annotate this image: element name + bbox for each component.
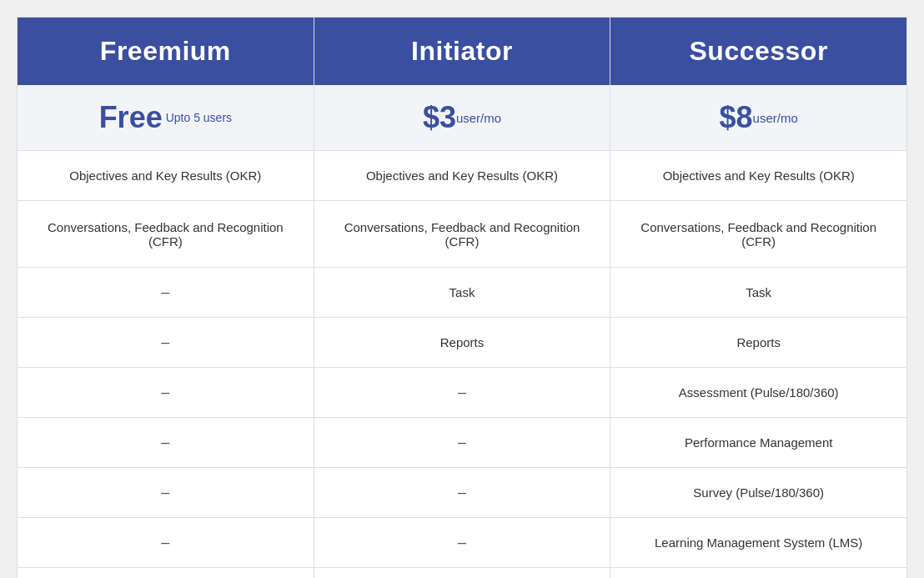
dash-icon-freemium-5: – [161,434,169,451]
feature-row-freemium-5: – [18,418,314,468]
feature-row-freemium-2: – [18,268,314,318]
plan-name-successor: Successor [624,36,893,67]
plan-price-freemium: FreeUpto 5 users [18,85,314,151]
feature-row-successor-0: Objectives and Key Results (OKR) [610,151,906,201]
plan-price-sub-successor: user/mo [753,111,798,125]
plan-price-main-freemium: Free [99,100,163,135]
cta-row-freemium: Get Started [18,568,314,578]
feature-row-successor-3: Reports [610,318,906,368]
plan-card-initiator: Initiator$3user/moObjectives and Key Res… [314,17,611,578]
feature-row-initiator-1: Conversations, Feedback and Recognition … [314,201,610,268]
feature-row-initiator-5: – [314,418,610,468]
feature-row-successor-6: Survey (Pulse/180/360) [610,468,906,518]
feature-row-successor-1: Conversations, Feedback and Recognition … [610,201,906,268]
plan-card-successor: Successor$8user/moObjectives and Key Res… [610,17,907,578]
plan-name-initiator: Initiator [328,36,597,67]
plan-price-main-successor: $8 [720,100,753,135]
feature-row-successor-2: Task [610,268,906,318]
feature-row-successor-7: Learning Management System (LMS) [610,518,906,568]
feature-row-freemium-0: Objectives and Key Results (OKR) [18,151,314,201]
dash-icon-freemium-4: – [161,384,169,401]
feature-row-freemium-1: Conversations, Feedback and Recognition … [18,201,314,268]
feature-row-freemium-7: – [18,518,314,568]
plan-header-successor: Successor [610,18,906,85]
feature-row-successor-5: Performance Management [610,418,906,468]
feature-row-initiator-6: – [314,468,610,518]
feature-row-freemium-6: – [18,468,314,518]
plan-price-main-initiator: $3 [423,100,456,135]
feature-row-initiator-2: Task [314,268,610,318]
dash-icon-freemium-3: – [161,334,169,351]
feature-row-initiator-3: Reports [314,318,610,368]
plan-header-initiator: Initiator [314,18,610,85]
plan-price-successor: $8user/mo [610,85,906,151]
feature-row-successor-4: Assessment (Pulse/180/360) [610,368,906,418]
pricing-table: FreemiumFreeUpto 5 usersObjectives and K… [17,17,907,578]
dash-icon-freemium-7: – [161,534,169,551]
feature-row-initiator-7: – [314,518,610,568]
dash-icon-initiator-5: – [458,434,466,451]
dash-icon-freemium-2: – [161,284,169,301]
plan-header-freemium: Freemium [18,18,314,85]
feature-row-freemium-4: – [18,368,314,418]
feature-row-initiator-4: – [314,368,610,418]
plan-price-sub-initiator: user/mo [456,111,501,125]
dash-icon-initiator-4: – [458,384,466,401]
feature-row-initiator-0: Objectives and Key Results (OKR) [314,151,610,201]
feature-row-freemium-3: – [18,318,314,368]
dash-icon-initiator-6: – [458,484,466,501]
cta-row-successor: Get Started [610,568,906,578]
plan-name-freemium: Freemium [31,36,300,67]
dash-icon-initiator-7: – [458,534,466,551]
cta-row-initiator: Get Started [314,568,610,578]
plan-price-initiator: $3user/mo [314,85,610,151]
plan-price-sub-freemium: Upto 5 users [166,111,232,124]
dash-icon-freemium-6: – [161,484,169,501]
plan-card-freemium: FreemiumFreeUpto 5 usersObjectives and K… [17,17,314,578]
